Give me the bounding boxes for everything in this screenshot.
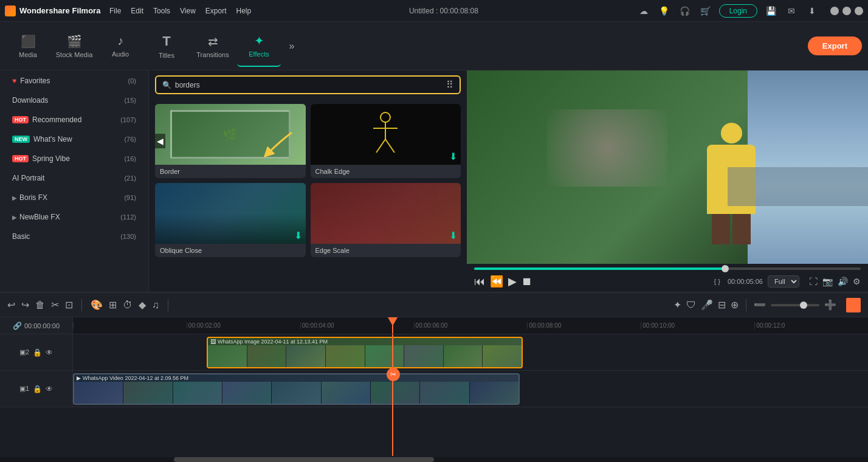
zoom-out-button[interactable]: ➖: [754, 299, 766, 311]
timer-button[interactable]: ⏱: [123, 300, 133, 311]
play-button[interactable]: ▶: [508, 275, 517, 288]
sidebar-item-newblue-fx[interactable]: ▶ NewBlue FX (112): [4, 208, 145, 226]
more-tools-button[interactable]: »: [283, 38, 300, 55]
track-2-lock-icon[interactable]: 🔒: [33, 385, 42, 393]
sidebar-item-whats-new[interactable]: NEW What's New (76): [4, 130, 145, 148]
tool-effects[interactable]: ✦ Effects: [237, 26, 281, 67]
bulb-icon[interactable]: 💡: [657, 4, 672, 18]
sidebar-item-ai-portrait[interactable]: AI Portrait (21): [4, 169, 145, 187]
cloud-icon[interactable]: ☁: [636, 4, 651, 18]
login-button[interactable]: Login: [719, 4, 757, 18]
progress-bar[interactable]: [474, 267, 861, 270]
headphone-icon[interactable]: 🎧: [678, 4, 692, 18]
track-1-lock-icon[interactable]: 🔒: [33, 348, 42, 357]
close-button[interactable]: ✕: [855, 7, 863, 15]
tool-transitions[interactable]: ⇄ Transitions: [191, 26, 235, 67]
video-clip-1[interactable]: 🖼 WhatsApp Image 2022-04-11 at 12.13.41 …: [207, 337, 523, 368]
track-2-type-icon: ▣1: [19, 385, 29, 393]
picture-in-picture-button[interactable]: ⊕: [731, 299, 739, 311]
mail-icon[interactable]: ✉: [784, 4, 799, 18]
zoom-in-button[interactable]: ➕: [824, 299, 836, 311]
effect-card-border[interactable]: 🌿 Border ◀: [155, 104, 306, 178]
video-clip-2[interactable]: ▶ WhatsApp Video 2022-04-12 at 2.09.56 P…: [73, 373, 520, 405]
shield-button[interactable]: 🛡: [686, 300, 696, 311]
topbar-right: ☁ 💡 🎧 🛒 Login 💾 ✉ ⬇ — □ ✕: [636, 4, 863, 18]
split-button[interactable]: ⊟: [718, 299, 726, 311]
menu-edit[interactable]: Edit: [131, 7, 143, 15]
grid-toggle-icon[interactable]: ⠿: [446, 79, 453, 91]
menu-export[interactable]: Export: [205, 7, 227, 15]
scroll-left-arrow[interactable]: ◀: [155, 134, 165, 148]
color-button[interactable]: 🎨: [91, 299, 103, 311]
quality-select[interactable]: Full 1/2 1/4: [768, 275, 799, 288]
settings-icon[interactable]: ⚙: [853, 277, 861, 286]
sidebar-spring-vibe-label: Spring Vibe: [32, 154, 124, 163]
sidebar-item-spring-vibe[interactable]: HOT Spring Vibe (16): [4, 150, 145, 168]
redo-button[interactable]: ↪: [21, 299, 29, 311]
track-2-eye-icon[interactable]: 👁: [46, 385, 53, 393]
sidebar-item-favorites[interactable]: ♥ Favorites (0): [4, 72, 145, 90]
sidebar-item-downloads[interactable]: Downloads (15): [4, 91, 145, 109]
menu-tools[interactable]: Tools: [153, 7, 170, 15]
sidebar-item-basic[interactable]: Basic (130): [4, 227, 145, 246]
effects-tl-button[interactable]: ✦: [673, 299, 681, 311]
audio-btn[interactable]: ♫: [152, 300, 159, 311]
skip-back-button[interactable]: ⏮: [474, 275, 485, 288]
zoom-slider[interactable]: [771, 304, 819, 306]
effect-card-chalk-edge[interactable]: ⬇ Chalk Edge: [311, 104, 461, 178]
effect-card-oblique-close[interactable]: ⬇ Oblique Close: [155, 183, 306, 257]
tool-transitions-label: Transitions: [196, 51, 229, 58]
sidebar-item-recommended[interactable]: HOT Recommended (107): [4, 111, 145, 129]
track-1-eye-icon[interactable]: 👁: [46, 348, 53, 357]
search-input[interactable]: [175, 81, 443, 89]
transform-button[interactable]: ⊞: [109, 299, 117, 311]
screenshot-icon[interactable]: 📷: [822, 277, 833, 286]
effects-grid-container: 🌿 Border ◀: [149, 99, 467, 262]
sidebar-basic-count: (130): [120, 233, 136, 240]
stop-button[interactable]: ⏹: [522, 275, 532, 288]
playhead-scissors: ✂: [387, 368, 400, 381]
undo-button[interactable]: ↩: [7, 299, 15, 311]
menu-file[interactable]: File: [109, 7, 121, 15]
track-content-1: 🖼 WhatsApp Image 2022-04-11 at 12.13.41 …: [73, 334, 868, 370]
maximize-button[interactable]: □: [842, 7, 851, 15]
sidebar-item-boris-fx[interactable]: ▶ Boris FX (91): [4, 188, 145, 207]
minimize-button[interactable]: —: [830, 7, 839, 15]
chalk-edge-download-icon[interactable]: ⬇: [449, 151, 457, 162]
tool-titles[interactable]: T Titles: [145, 26, 188, 67]
step-back-button[interactable]: ⏪: [490, 275, 503, 288]
hot-badge-recommended: HOT: [12, 116, 29, 123]
oblique-close-download-icon[interactable]: ⬇: [294, 230, 302, 241]
keyframe-button[interactable]: ◆: [139, 299, 146, 311]
cart-icon[interactable]: 🛒: [698, 4, 713, 18]
menu-view[interactable]: View: [180, 7, 196, 15]
edge-scale-download-icon[interactable]: ⬇: [449, 230, 457, 241]
effect-card-edge-scale[interactable]: ⬇ Edge Scale: [311, 183, 461, 257]
clip-2-title: ▶ WhatsApp Video 2022-04-12 at 2.09.56 P…: [77, 375, 188, 381]
cut-button[interactable]: ✂: [51, 299, 59, 311]
tool-audio-label: Audio: [112, 50, 129, 58]
sidebar-newblue-fx-label: NewBlue FX: [19, 213, 120, 221]
menu-help[interactable]: Help: [236, 7, 252, 15]
tool-stock-media[interactable]: 🎬 Stock Media: [52, 26, 96, 67]
delete-button[interactable]: 🗑: [35, 300, 45, 311]
topbar: Wondershare Filmora File Edit Tools View…: [0, 0, 868, 22]
tool-audio[interactable]: ♪ Audio: [98, 26, 142, 67]
zoom-thumb: [800, 302, 807, 309]
timeline-scrollbar[interactable]: [0, 457, 868, 462]
link-icon[interactable]: 🔗: [13, 322, 22, 330]
volume-icon[interactable]: 🔊: [838, 277, 848, 286]
progress-fill: [474, 267, 725, 270]
hot-badge-spring: HOT: [12, 155, 29, 162]
crop-button[interactable]: ⊡: [65, 299, 73, 311]
tool-media[interactable]: ⬛ Media: [6, 26, 50, 67]
save-icon[interactable]: 💾: [763, 4, 778, 18]
export-button[interactable]: Export: [808, 36, 862, 55]
sidebar-whats-new-count: (76): [124, 136, 136, 143]
mic-button[interactable]: 🎤: [701, 299, 713, 311]
download-icon[interactable]: ⬇: [805, 4, 819, 18]
effects-grid: 🌿 Border ◀: [149, 99, 467, 262]
sidebar-newblue-fx-count: (112): [120, 213, 136, 221]
current-time: 00:00:05:06: [728, 278, 763, 285]
fullscreen-icon[interactable]: ⛶: [809, 277, 818, 286]
